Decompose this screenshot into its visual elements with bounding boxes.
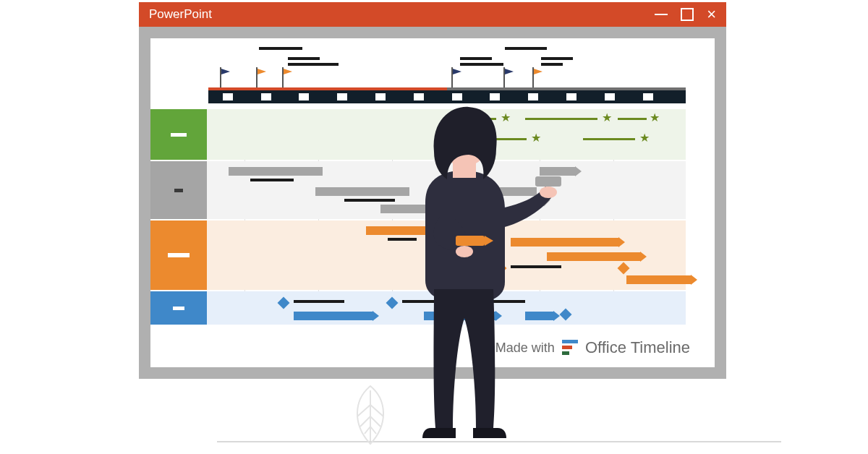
diamond-icon (538, 194, 550, 207)
flag-icon (503, 67, 515, 89)
diamond-icon (473, 297, 485, 309)
gantt-bar (511, 238, 619, 247)
swimlane-green: ★ ★ ★ ★ ★ (150, 109, 686, 160)
redacted-label (288, 63, 339, 66)
redacted-label (259, 47, 302, 50)
redacted-label (511, 265, 561, 268)
diamond-icon (618, 262, 630, 275)
gantt-bar (315, 187, 409, 196)
diamond-icon (386, 297, 399, 309)
maximize-icon[interactable] (681, 8, 694, 21)
redacted-label (402, 300, 438, 303)
leaf-icon (347, 385, 393, 445)
gantt-bar (618, 118, 647, 120)
redacted-label (505, 47, 547, 50)
made-with-text: Made with (495, 340, 555, 356)
gantt-bar (229, 167, 323, 176)
gantt-bar (489, 187, 537, 196)
star-icon: ★ (602, 113, 612, 122)
svg-rect-1 (256, 67, 258, 89)
window-controls: × (655, 8, 716, 21)
redacted-label (541, 63, 563, 66)
svg-rect-2 (282, 67, 284, 89)
close-icon[interactable]: × (707, 9, 716, 20)
powerpoint-window: PowerPoint × (139, 2, 726, 379)
svg-rect-0 (220, 67, 221, 89)
flag-icon (282, 67, 294, 89)
diamond-icon (278, 297, 290, 309)
gantt-bar (496, 138, 527, 140)
flag-icon (256, 67, 268, 89)
flag-icon (451, 67, 463, 89)
gantt-bar (525, 118, 597, 120)
redacted-label (344, 199, 395, 202)
gantt-bar (453, 118, 496, 120)
gantt-bar (525, 312, 554, 320)
swimlane-blue-body (207, 291, 686, 325)
swimlane-orange (150, 220, 686, 290)
minimize-icon[interactable] (655, 14, 668, 15)
redacted-label (288, 57, 320, 60)
swimlane-gray-body (207, 161, 686, 219)
office-timeline-icon (562, 340, 578, 356)
star-icon: ★ (531, 134, 541, 142)
diamond-icon (560, 309, 572, 321)
gantt-bar (380, 205, 489, 213)
made-with-label: Made with Office Timeline (495, 338, 690, 357)
gantt-bar (583, 138, 635, 140)
flag-icon (532, 67, 544, 89)
swimlanes: ★ ★ ★ ★ ★ (150, 109, 686, 324)
swimlane-gray-header (150, 161, 207, 219)
gantt-bar (424, 312, 496, 320)
milestone-flag-row (150, 46, 715, 89)
timeline-band (208, 90, 686, 103)
slide-canvas[interactable]: ★ ★ ★ ★ ★ (150, 38, 715, 367)
gantt-bar (366, 226, 482, 235)
flag-icon (220, 67, 231, 89)
star-icon: ★ (650, 113, 660, 122)
swimlane-orange-header (150, 220, 207, 290)
swimlane-green-header (150, 109, 207, 160)
star-icon: ★ (639, 134, 650, 142)
titlebar: PowerPoint × (139, 2, 726, 27)
redacted-label (388, 238, 417, 241)
star-icon: ★ (501, 113, 511, 122)
redacted-label (250, 179, 294, 181)
redacted-label (489, 300, 525, 303)
svg-rect-3 (451, 67, 453, 89)
app-title: PowerPoint (149, 7, 212, 22)
gantt-bar (626, 275, 692, 284)
redacted-label (541, 57, 573, 60)
redacted-label (460, 57, 492, 60)
gantt-bar (547, 252, 641, 261)
svg-rect-4 (503, 67, 505, 89)
swimlane-blue-header (150, 291, 207, 325)
swimlane-blue (150, 291, 686, 325)
redacted-label (460, 63, 503, 66)
gantt-bar (294, 312, 373, 320)
swimlane-orange-body (207, 220, 686, 290)
redacted-label (294, 300, 344, 303)
stage: PowerPoint × (0, 0, 868, 454)
swimlane-green-body: ★ ★ ★ ★ ★ (207, 109, 686, 160)
floor-line (217, 441, 781, 442)
swimlane-gray (150, 161, 686, 219)
diamond-icon (495, 262, 507, 275)
svg-rect-5 (532, 67, 534, 89)
brand-name: Office Timeline (585, 338, 690, 357)
gantt-bar (540, 167, 576, 176)
